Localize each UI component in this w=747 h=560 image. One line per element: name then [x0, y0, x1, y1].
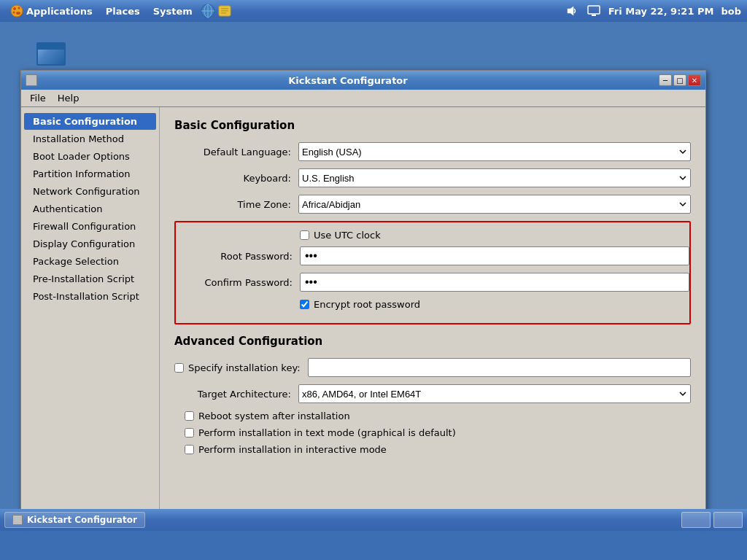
utc-clock-row: Use UTC clock — [176, 230, 689, 241]
menu-file[interactable]: File — [24, 91, 52, 105]
specify-key-input[interactable] — [308, 358, 691, 377]
svg-point-2 — [18, 7, 20, 9]
target-arch-label: Target Architecture: — [174, 389, 298, 400]
bottom-taskbar: Kickstart Configurator — [0, 509, 747, 531]
sidebar-item-firewall[interactable]: Firewall Configuration — [24, 218, 156, 235]
taskbar-system[interactable]: System — [147, 4, 198, 18]
bottom-btn-1[interactable] — [681, 512, 711, 528]
default-language-control: English (USA) English (UK) French German… — [298, 142, 691, 161]
taskbar-window-button[interactable]: Kickstart Configurator — [4, 512, 145, 528]
bottom-btn-2[interactable] — [713, 512, 743, 528]
sidebar-item-boot-loader[interactable]: Boot Loader Options — [24, 148, 156, 165]
specify-key-checkbox[interactable] — [174, 363, 184, 373]
sidebar-item-auth[interactable]: Authentication — [24, 201, 156, 217]
confirm-password-row: Confirm Password: — [176, 273, 689, 292]
desktop-icon-area — [29, 34, 73, 74]
confirm-password-label: Confirm Password: — [176, 277, 300, 288]
root-password-row: Root Password: — [176, 246, 689, 265]
svg-point-1 — [13, 7, 16, 10]
sidebar: Basic Configuration Installation Method … — [21, 107, 160, 521]
taskbar-window-label: Kickstart Configurator — [27, 515, 137, 525]
advanced-section: Advanced Configuration Specify installat… — [174, 335, 691, 455]
bottom-right-controls — [681, 512, 743, 528]
root-password-input[interactable] — [300, 246, 689, 265]
specify-key-label[interactable]: Specify installation key: — [188, 362, 301, 373]
default-language-row: Default Language: English (USA) English … — [174, 142, 691, 161]
sidebar-item-installation-method[interactable]: Installation Method — [24, 131, 156, 147]
encrypt-root-row: Encrypt root password — [176, 299, 689, 310]
sidebar-item-basic-config[interactable]: Basic Configuration — [24, 113, 156, 130]
encrypt-root-checkbox[interactable] — [300, 300, 309, 309]
clock: Fri May 22, 9:21 PM — [608, 6, 714, 17]
close-button[interactable]: ✕ — [688, 74, 701, 86]
password-section: Use UTC clock Root Password: Confirm Pas… — [174, 221, 691, 324]
sidebar-item-display[interactable]: Display Configuration — [24, 236, 156, 252]
desktop: Kickstart Configurator ─ □ ✕ File Help B… — [0, 22, 747, 531]
interactive-mode-label[interactable]: Perform installation in interactive mode — [198, 444, 387, 455]
menu-help[interactable]: Help — [52, 91, 85, 105]
username: bob — [721, 6, 741, 17]
utc-clock-label[interactable]: Use UTC clock — [314, 230, 381, 241]
reboot-checkbox[interactable] — [185, 411, 194, 421]
dialog-titlebar: Kickstart Configurator ─ □ ✕ — [21, 71, 705, 90]
foot-icon — [10, 4, 23, 18]
svg-point-4 — [16, 12, 20, 15]
svg-point-3 — [13, 12, 15, 14]
keyboard-select[interactable]: U.S. English U.S. International French G… — [298, 168, 691, 187]
top-taskbar: Applications Places System — [0, 0, 747, 22]
desktop-window-img — [36, 42, 66, 66]
default-language-select[interactable]: English (USA) English (UK) French German… — [298, 142, 691, 161]
sidebar-item-post-script[interactable]: Post-Installation Script — [24, 288, 156, 305]
timezone-row: Time Zone: Africa/Abidjan Africa/Accra A… — [174, 195, 691, 214]
text-mode-checkbox[interactable] — [185, 428, 194, 438]
confirm-password-input[interactable] — [300, 273, 689, 292]
interactive-mode-checkbox[interactable] — [185, 445, 194, 454]
taskbar-window-icon — [12, 515, 23, 525]
taskbar-right: Fri May 22, 9:21 PM bob — [565, 0, 741, 22]
taskbar-left: Applications Places System — [4, 3, 233, 19]
menubar: File Help — [21, 90, 705, 107]
timezone-select[interactable]: Africa/Abidjan Africa/Accra America/New_… — [298, 195, 691, 214]
sidebar-item-packages[interactable]: Package Selection — [24, 253, 156, 270]
svg-rect-11 — [221, 10, 228, 12]
basic-config-title: Basic Configuration — [174, 119, 691, 132]
svg-rect-10 — [221, 8, 228, 9]
svg-rect-15 — [592, 15, 596, 16]
encrypt-root-label[interactable]: Encrypt root password — [314, 299, 420, 310]
advanced-config-title: Advanced Configuration — [174, 335, 691, 348]
maximize-button[interactable]: □ — [673, 74, 686, 86]
text-mode-row: Perform installation in text mode (graph… — [174, 427, 691, 438]
reboot-label[interactable]: Reboot system after installation — [198, 411, 350, 421]
places-label: Places — [106, 6, 140, 17]
keyboard-control: U.S. English U.S. International French G… — [298, 168, 691, 187]
dialog-titlebar-icon — [26, 74, 37, 86]
main-panel: Basic Configuration Default Language: En… — [160, 107, 705, 521]
text-mode-label[interactable]: Perform installation in text mode (graph… — [198, 427, 456, 438]
interactive-mode-row: Perform installation in interactive mode — [174, 444, 691, 455]
kickstart-dialog: Kickstart Configurator ─ □ ✕ File Help B… — [20, 70, 706, 522]
target-arch-select[interactable]: x86, AMD64, or Intel EM64T x86 AMD64 Int… — [298, 384, 691, 403]
minimize-button[interactable]: ─ — [659, 74, 672, 86]
dialog-controls: ─ □ ✕ — [659, 74, 701, 86]
reboot-row: Reboot system after installation — [174, 411, 691, 421]
sidebar-item-pre-script[interactable]: Pre-Installation Script — [24, 271, 156, 287]
confirm-password-control — [300, 273, 689, 292]
system-label: System — [153, 6, 193, 17]
svg-rect-14 — [588, 6, 600, 14]
sidebar-item-partition[interactable]: Partition Information — [24, 166, 156, 182]
help-icon[interactable] — [217, 3, 233, 19]
taskbar-places[interactable]: Places — [100, 4, 146, 18]
specify-key-row: Specify installation key: — [174, 358, 691, 377]
timezone-label: Time Zone: — [174, 199, 298, 210]
svg-marker-13 — [568, 7, 573, 15]
sidebar-item-network[interactable]: Network Configuration — [24, 183, 156, 200]
root-password-label: Root Password: — [176, 251, 300, 262]
network-icon[interactable] — [200, 3, 216, 19]
display-icon[interactable] — [587, 4, 601, 18]
desktop-window-icon[interactable] — [29, 34, 73, 74]
applications-label: Applications — [26, 6, 93, 17]
volume-icon[interactable] — [565, 4, 579, 18]
svg-point-0 — [11, 5, 23, 17]
taskbar-applications[interactable]: Applications — [4, 3, 98, 19]
utc-clock-checkbox[interactable] — [300, 230, 309, 240]
